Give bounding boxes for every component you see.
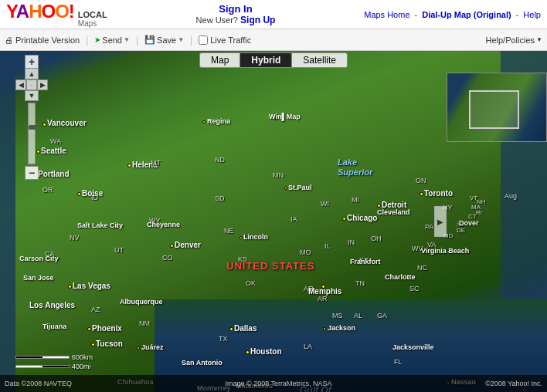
label-lasvegas: Las Vegas (73, 282, 110, 290)
pan-up-button[interactable]: ▲ (25, 69, 39, 79)
label-nh: NH (477, 198, 486, 205)
yahoo-o1: O (42, 1, 56, 22)
dot-denver (170, 244, 174, 248)
label-juarez: Juárez (141, 343, 164, 351)
label-aug: Aug (505, 192, 517, 200)
save-button[interactable]: 💾 Save ▼ (144, 35, 184, 45)
dot-helena (127, 164, 131, 167)
dot-dover (456, 222, 458, 225)
minimap[interactable] (447, 73, 547, 142)
label-charlotte: Charlotte (385, 273, 416, 281)
yahoo-o2: O (55, 1, 69, 22)
toolbar-sep1: | (86, 35, 88, 46)
label-jackson: Jackson (328, 324, 355, 332)
map-container[interactable]: Map Hybrid Satellite + ▲ ◀ · ▶ ▼ − ▶ Van… (0, 51, 547, 392)
live-traffic-checkbox[interactable] (199, 35, 208, 45)
label-lincoln: Lincoln (243, 233, 268, 241)
zoom-in-button[interactable]: + (25, 55, 39, 69)
label-toronto: Toronto (424, 189, 453, 198)
save-dropdown: ▼ (178, 36, 184, 43)
scale-km-label: 600km (72, 353, 93, 361)
dot-toronto (420, 192, 423, 196)
zoom-out-button[interactable]: − (25, 166, 39, 180)
help-link[interactable]: Help (523, 10, 541, 19)
yahoo-y: Y (6, 1, 16, 22)
label-nc: NC (417, 264, 427, 272)
label-jacksonville: Jacksonville (392, 343, 434, 351)
yahoo-a1: A (16, 1, 29, 22)
label-nv: NV (70, 234, 80, 242)
dot-tucson (91, 343, 95, 346)
label-sd: SD (215, 194, 225, 202)
zoom-slider-track[interactable] (28, 103, 36, 164)
sep1: - (415, 10, 418, 19)
yahoo-h: H (29, 1, 41, 22)
label-denver: Denver (175, 241, 201, 249)
send-button[interactable]: ➤ Send ▼ (94, 35, 130, 45)
label-memphis-ar: AR (318, 295, 328, 302)
dot-dallas (229, 327, 233, 331)
scroll-right-button[interactable]: ▶ (434, 206, 447, 237)
yahoo-text: YAHOO! (6, 1, 74, 22)
label-albuquerque: Albuquerque (120, 298, 163, 306)
sign-in-link[interactable]: Sign In (219, 3, 252, 15)
pan-right-button[interactable]: ▶ (37, 79, 48, 90)
label-regina: Regina (207, 117, 230, 125)
printable-version-button[interactable]: 🖨 Printable Version (5, 35, 80, 45)
yahoo-exclaim: ! (69, 1, 74, 22)
label-houston: Houston (250, 347, 282, 356)
live-traffic-area: Live Traffic (199, 35, 251, 45)
map-type-map-button[interactable]: Map (199, 52, 240, 68)
map-type-hybrid-button[interactable]: Hybrid (240, 52, 291, 68)
new-user-text: New User? Sign Up (196, 15, 276, 25)
send-label: Send (102, 35, 122, 45)
label-id: ID (91, 194, 98, 201)
pan-center-button[interactable]: · (26, 79, 37, 90)
label-al: AL (354, 312, 362, 319)
zoom-slider-thumb (29, 125, 36, 130)
dot-juarez (137, 346, 140, 350)
label-chicago: Chicago (347, 214, 377, 222)
scale-bar: 600km 400mi (15, 353, 93, 370)
label-az: AZ (91, 306, 100, 313)
label-tx: TX (219, 335, 228, 343)
dot-lasvegas (68, 285, 72, 289)
yahoo-logo: YAHOO! LOCAL Maps (6, 1, 107, 28)
label-ut: UT (114, 246, 124, 254)
sign-up-link[interactable]: Sign Up (240, 15, 275, 25)
printable-label: Printable Version (15, 35, 80, 45)
map-type-bar: Map Hybrid Satellite (199, 52, 348, 68)
label-sanjose: San Jose (23, 274, 54, 282)
local-maps-label: LOCAL Maps (78, 10, 107, 28)
dot-jackson (323, 327, 326, 330)
label-ne: NE (224, 227, 234, 235)
label-dallas: Dallas (234, 324, 257, 333)
maps-text: Maps (78, 19, 107, 28)
zoom-controls: + ▲ ◀ · ▶ ▼ − (15, 55, 48, 180)
label-sc: SC (409, 285, 420, 292)
toolbar-sep3: | (190, 35, 192, 46)
label-tn: TN (355, 279, 365, 287)
label-fl: FL (394, 358, 403, 366)
label-winnipeg: Win▌Map (269, 113, 301, 120)
map-type-satellite-button[interactable]: Satellite (291, 52, 348, 68)
pan-down-button[interactable]: ▼ (25, 90, 39, 101)
label-united-states: UNITED STATES (226, 260, 314, 272)
minimap-background (447, 73, 546, 141)
label-vancouver: Vancouver (47, 119, 87, 127)
label-tijuana: Tijuana (42, 323, 66, 330)
help-policies-area[interactable]: Help/Policies ▼ (485, 35, 542, 45)
maps-home-link[interactable]: Maps Home (364, 10, 409, 19)
label-de: DE (457, 227, 465, 234)
live-traffic-label: Live Traffic (210, 35, 251, 45)
label-phoenix: Phoenix (92, 324, 122, 333)
pan-left-button[interactable]: ◀ (15, 79, 26, 90)
dot-stpaul (284, 187, 287, 190)
dial-up-link[interactable]: Dial-Up Map (Original) (422, 10, 511, 19)
header: YAHOO! LOCAL Maps Sign In New User? Sign… (0, 0, 547, 29)
dot-regina (202, 120, 206, 123)
copyright-bar: Data ©2008 NAVTEQ Image © 2008 TerraMetr… (0, 375, 547, 392)
label-sanantonio: San Antonio (182, 359, 223, 367)
label-wa: WA (50, 137, 61, 145)
image-credit: Image © 2008 TerraMetrics, NASA (226, 380, 332, 387)
